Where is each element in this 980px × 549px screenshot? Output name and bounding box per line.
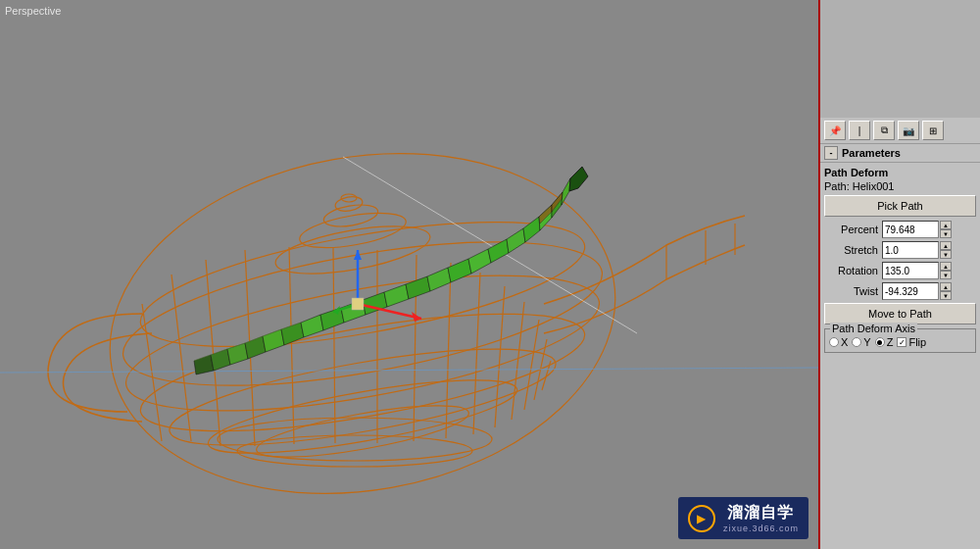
axis-radio-x[interactable]: X xyxy=(829,336,848,348)
radio-label-z: Z xyxy=(887,336,894,348)
rotation-row: Rotation ▲ ▼ xyxy=(824,262,976,279)
right-panel: 📌 | ⧉ 📷 ⊞ - Parameters Path Deform Path:… xyxy=(818,0,980,549)
axis-radio-y[interactable]: Y xyxy=(852,336,870,348)
main-layout: Perspective ▶ 溜溜自学 zixue.3d66.com xyxy=(0,0,980,549)
scene-svg: Perspective xyxy=(0,0,818,549)
stretch-spin-down[interactable]: ▼ xyxy=(940,250,952,259)
flip-checkbox: ✓ xyxy=(897,337,906,347)
rotation-label: Rotation xyxy=(824,265,878,276)
rotation-spin-up[interactable]: ▲ xyxy=(940,262,952,271)
path-deform-label: Path Deform xyxy=(824,167,976,178)
panel-top-preview xyxy=(820,0,980,118)
parameters-section: - Parameters Path Deform Path: Helix001 … xyxy=(820,144,980,549)
twist-spin-up[interactable]: ▲ xyxy=(940,282,952,291)
radio-label-x: X xyxy=(841,336,848,348)
parameters-content: Path Deform Path: Helix001 Pick Path Per… xyxy=(820,163,980,360)
percent-spin-down[interactable]: ▼ xyxy=(940,229,952,238)
collapse-button[interactable]: - xyxy=(824,146,838,160)
stretch-label: Stretch xyxy=(824,244,878,256)
stretch-input: ▲ ▼ xyxy=(882,241,976,259)
flip-label: Flip xyxy=(908,336,926,348)
twist-input: ▲ ▼ xyxy=(882,282,976,300)
link-button[interactable]: ⧉ xyxy=(873,121,895,140)
radio-circle-y xyxy=(852,337,861,347)
rotation-spin-down[interactable]: ▼ xyxy=(940,271,952,279)
camera-button[interactable]: 📷 xyxy=(898,121,919,140)
path-value: Helix001 xyxy=(853,180,895,192)
twist-field[interactable] xyxy=(882,282,939,300)
stretch-row: Stretch ▲ ▼ xyxy=(824,241,976,259)
viewport-canvas: Perspective ▶ 溜溜自学 zixue.3d66.com xyxy=(0,0,818,549)
panel-toolbar: 📌 | ⧉ 📷 ⊞ xyxy=(820,118,980,144)
path-info-row: Path: Helix001 xyxy=(824,180,976,192)
svg-rect-72 xyxy=(352,298,364,310)
svg-text:Perspective: Perspective xyxy=(5,5,61,17)
watermark-text-block: 溜溜自学 zixue.3d66.com xyxy=(723,503,799,533)
rotation-spinner: ▲ ▼ xyxy=(940,262,952,279)
flip-checkbox-item[interactable]: ✓ Flip xyxy=(897,336,926,348)
svg-rect-74 xyxy=(820,0,980,118)
section-header: - Parameters xyxy=(820,144,980,163)
watermark: ▶ 溜溜自学 zixue.3d66.com xyxy=(678,497,808,539)
cursor-button[interactable]: | xyxy=(849,121,870,140)
percent-label: Percent xyxy=(824,224,878,235)
percent-row: Percent ▲ ▼ xyxy=(824,221,976,238)
stretch-field[interactable] xyxy=(882,241,939,259)
pick-path-button[interactable]: Pick Path xyxy=(824,195,976,217)
move-to-path-button[interactable]: Move to Path xyxy=(824,303,976,324)
rotation-field[interactable] xyxy=(882,262,939,279)
play-symbol: ▶ xyxy=(697,512,706,525)
window-button[interactable]: ⊞ xyxy=(922,121,944,140)
path-label: Path: xyxy=(824,180,850,192)
twist-label: Twist xyxy=(824,285,878,297)
stretch-spin-up[interactable]: ▲ xyxy=(940,241,952,250)
axis-group-title: Path Deform Axis xyxy=(830,323,917,334)
axis-radio-group: X Y Z ✓ Flip xyxy=(829,336,971,348)
watermark-play-icon: ▶ xyxy=(688,505,715,532)
watermark-sub-text: zixue.3d66.com xyxy=(723,524,799,533)
percent-spin-up[interactable]: ▲ xyxy=(940,221,952,229)
watermark-main-text: 溜溜自学 xyxy=(723,503,799,524)
pin-button[interactable]: 📌 xyxy=(824,121,846,140)
percent-field[interactable] xyxy=(882,221,939,238)
stretch-spinner: ▲ ▼ xyxy=(940,241,952,259)
svg-rect-0 xyxy=(0,0,818,549)
axis-radio-z[interactable]: Z xyxy=(875,336,894,348)
radio-circle-z xyxy=(875,337,885,347)
twist-row: Twist ▲ ▼ xyxy=(824,282,976,300)
rotation-input: ▲ ▼ xyxy=(882,262,976,279)
percent-spinner: ▲ ▼ xyxy=(940,221,952,238)
viewport-area[interactable]: Perspective ▶ 溜溜自学 zixue.3d66.com xyxy=(0,0,818,549)
parameters-title: Parameters xyxy=(842,147,901,159)
percent-input: ▲ ▼ xyxy=(882,221,976,238)
twist-spinner: ▲ ▼ xyxy=(940,282,952,300)
twist-spin-down[interactable]: ▼ xyxy=(940,291,952,300)
axis-group-box: Path Deform Axis X Y Z xyxy=(824,328,976,353)
radio-label-y: Y xyxy=(863,336,870,348)
radio-circle-x xyxy=(829,337,839,347)
